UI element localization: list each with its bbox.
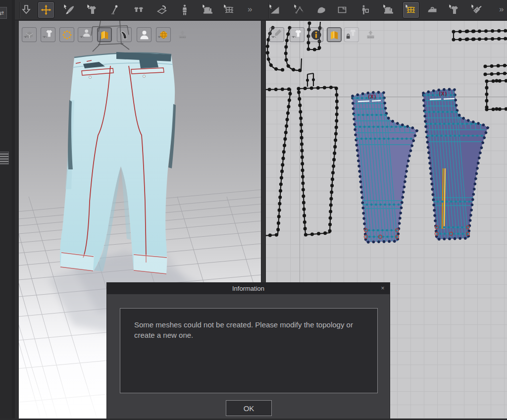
platform-arrow-icon [177,29,188,41]
pen-eye-icon [271,29,283,41]
mesh-grid-3d-tool-button[interactable] [221,1,238,18]
white-bust-icon [139,29,150,41]
show-avatar-button[interactable] [78,27,93,42]
pants-3d [60,52,176,274]
platform-arrow-icon [365,29,376,41]
triangle-icon [269,4,281,16]
simulate-arrow-tool-button[interactable] [18,1,35,18]
sidebar-collapsed-panel-icon[interactable]: ⇄ [0,7,7,19]
grid-icon [223,4,235,16]
close-icon[interactable]: × [379,283,387,294]
sewing-machine-tool-button[interactable] [200,1,216,18]
arrow-down-icon [20,4,32,16]
edit-points-tool-button[interactable] [291,1,308,18]
person-eye-icon [80,29,91,41]
dark-swatch-icon [119,29,130,41]
move-tool-button[interactable] [38,1,54,18]
show-3d-objects-button[interactable] [22,27,37,42]
show-arrangement-points-button[interactable] [175,27,190,42]
roller-icon [471,4,483,16]
mesh-piece-left-mark: (X) [368,94,376,100]
show-garment-2d-button[interactable] [290,27,304,42]
rect-outline-icon [336,4,348,16]
two-shirts-icon [133,4,145,16]
main-toolbar: » » [15,0,507,20]
move-cross-icon [40,4,52,16]
pen-select-tool-button[interactable] [61,1,78,18]
mesh-piece-left[interactable]: (X) [353,92,417,244]
shirt-eye-icon [43,29,54,41]
information-dialog: Information × Some meshes could not be c… [106,282,390,420]
points-triangle-icon [294,4,305,16]
dialog-message: Some meshes could not be created. Please… [120,308,378,393]
lock-pattern-button[interactable] [344,27,359,42]
show-pattern-2d-button[interactable] [327,27,342,42]
show-dark-pattern-button[interactable] [117,27,132,42]
folded-pattern-orange-icon [329,29,340,41]
sewing-machine-icon [383,4,395,16]
show-environment-button[interactable] [156,27,171,42]
show-seams-button[interactable] [59,27,74,42]
iron-icon [426,4,438,16]
plane-arrow-icon [156,4,168,16]
brush-icon [63,4,75,16]
grid-yellow-icon [405,4,417,16]
more-tools-right-button[interactable]: » [499,4,504,14]
edit-sewing-tool-button[interactable] [380,1,397,18]
transform-pattern-tool-button[interactable] [266,1,283,18]
folded-pattern-orange-icon [99,29,110,41]
shirt-cursor-icon [449,4,460,16]
sewing-machine-icon [202,4,214,16]
cube-eye-icon [24,29,35,41]
pattern-information-button[interactable] [308,27,323,42]
sidebar-list-panel-icon[interactable] [0,152,9,164]
pin-icon [109,4,121,16]
avatar-bag-icon [359,4,371,16]
mesh-piece-right-mark: (X) [439,91,447,97]
mannequin-icon [179,4,191,16]
select-shirt-tool-button[interactable] [446,1,463,18]
shirt-eye-icon [292,29,303,41]
show-garment-button[interactable] [41,27,55,42]
wind-plane-tool-button[interactable] [153,1,170,18]
shirt-lock-icon [346,29,357,41]
ok-button[interactable]: OK [226,400,272,416]
mesh-piece-right[interactable]: (X) [423,89,488,241]
texture-roller-tool-button[interactable] [468,1,485,18]
avatar-display-tool-button[interactable] [176,1,193,18]
pin-tool-button[interactable] [107,1,124,18]
show-sketch-button[interactable] [269,27,284,42]
show-arrangement-2d-button[interactable] [363,27,378,42]
left-sidebar: ⇄ [0,0,15,420]
info-icon [310,29,322,41]
fold-arrangement-tool-button[interactable] [130,1,147,18]
mesh-grid-2d-tool-button[interactable] [403,1,419,18]
iron-tool-button[interactable] [424,1,441,18]
dialog-title: Information [107,283,390,294]
show-pattern-button[interactable] [97,27,112,42]
orange-globe-eye-icon [158,29,169,41]
polygon-icon [315,4,327,16]
orange-dots-circle-icon [61,29,73,41]
select-garment-tool-button[interactable] [84,1,101,18]
more-tools-left-button[interactable]: » [248,4,252,14]
show-avatar-silhouette-button[interactable] [137,27,152,42]
rectangle-pattern-tool-button[interactable] [334,1,351,18]
shirt-cursor-icon [87,4,99,16]
avatar-items-tool-button[interactable] [356,1,373,18]
polygon-pattern-tool-button[interactable] [313,1,330,18]
